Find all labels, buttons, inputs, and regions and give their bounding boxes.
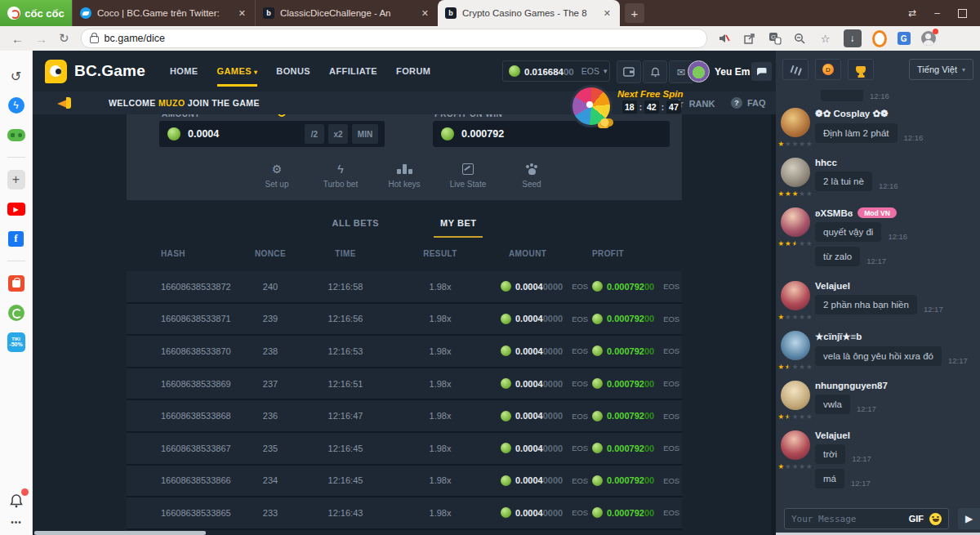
nav-games[interactable]: GAMES▾ [217,66,258,76]
table-row[interactable]: 1660863853387023812:16:531.98x0.00040000… [127,336,682,368]
tab-all-bets[interactable]: ALL BETS [332,218,380,238]
avatar[interactable] [781,331,810,360]
minimize-button[interactable]: – [934,7,940,19]
horizontal-scrollbar[interactable] [34,531,206,535]
messenger-icon[interactable]: ϟ [7,96,25,114]
avatar[interactable] [781,207,810,237]
chat-fireball-icon[interactable]: D [815,59,841,80]
table-row[interactable]: 1660863853386723512:16:451.98x0.00040000… [127,433,682,466]
table-row[interactable]: 1660863853386623412:16:451.98x0.00040000… [127,466,682,498]
chat-trophy-icon[interactable] [848,59,874,80]
facebook-icon[interactable]: f [7,230,25,247]
live-state-button[interactable]: Live State [447,163,489,189]
close-icon[interactable]: ✕ [602,8,612,19]
setup-button[interactable]: ⚙Set up [256,163,298,189]
history-icon[interactable]: ↺ [7,67,25,85]
bet-amount-input[interactable]: 0.0004 /2 x2 MIN [159,121,385,147]
close-icon[interactable]: ✕ [237,8,247,19]
nav-bonus[interactable]: BONUS [276,66,310,76]
arrange-windows-icon[interactable]: ⇄ [908,7,916,19]
chat-bubble[interactable]: vela là ông yêu hồi xưa đó [815,346,942,366]
notifications-bell-icon[interactable] [7,492,25,510]
tab-crypto-casino-active[interactable]: b Crypto Casino Games - The 8 ✕ [438,0,620,26]
chat-bubble[interactable]: 2 là tui nè [815,172,872,191]
chat-bubble[interactable]: má [815,469,844,488]
table-row[interactable]: 1660863853386523312:16:431.98x0.00040000… [127,497,682,530]
language-selector[interactable]: Tiếng Việt▾ [909,59,973,80]
avatar[interactable] [781,158,810,187]
youtube-icon[interactable]: ▶ [7,200,25,218]
chat-bubble[interactable]: từ zalo [815,247,860,266]
turbo-bet-button[interactable]: ϟTurbo bet [319,163,362,189]
nav-forum[interactable]: FORUM [396,66,430,76]
download-button[interactable]: ↓ [844,29,862,47]
wallet-button[interactable] [617,60,641,83]
chat-username[interactable]: Velajuel [815,430,975,440]
games-icon[interactable] [7,126,25,144]
seed-button[interactable]: Seed [510,163,553,189]
half-bet-button[interactable]: /2 [305,124,324,144]
emoji-picker-icon[interactable] [929,513,942,525]
notifications-button[interactable] [643,60,667,83]
reload-button[interactable]: ↻ [59,31,69,46]
avatar[interactable] [781,281,810,310]
hot-keys-button[interactable]: Hot keys [383,163,425,189]
chat-username[interactable]: Velajuel [815,281,975,291]
nav-home[interactable]: HOME [170,66,198,76]
restore-button[interactable] [958,9,967,18]
chat-bubble[interactable]: trời [815,444,845,464]
chat-username[interactable]: ★cïnjï★≡b [815,331,975,342]
add-shortcut-button[interactable]: + [7,171,25,189]
send-message-button[interactable]: ▶ [958,508,980,529]
table-row[interactable]: 1660863853387123912:16:561.98x0.00040000… [127,304,682,337]
chat-input[interactable]: Your Message GIF [784,508,949,529]
address-bar[interactable]: bc.game/dice [81,29,707,48]
back-button[interactable]: ← [11,32,24,46]
bcgame-logo-icon[interactable] [45,60,67,83]
more-menu-icon[interactable]: ••• [11,518,22,527]
chat-rain-icon[interactable] [782,59,808,80]
avatar[interactable] [781,430,810,460]
tab-classicdice[interactable]: b ClassicDiceChallenge - An ✕ [255,0,438,26]
zoom-icon[interactable] [793,31,808,46]
avatar[interactable] [781,108,810,137]
double-bet-button[interactable]: x2 [328,124,348,144]
profile-avatar[interactable] [921,31,936,46]
chat-username[interactable]: hhcc [815,158,975,167]
coccoc-shopping-icon[interactable] [7,304,25,322]
balance-selector[interactable]: 0.01668400 EOS ▾ [502,60,610,82]
tiki-icon[interactable]: TIKI-50% [7,333,25,351]
faq-button[interactable]: ?FAQ [731,97,766,109]
user-menu[interactable]: Yeu Em ▾ [688,60,759,82]
chat-bubble[interactable]: vwla [815,395,850,414]
min-bet-button[interactable]: MIN [352,124,378,144]
coccoc-update-icon[interactable] [872,31,887,46]
chat-username[interactable]: ❁✿ Cosplay ✿❁ [815,108,975,119]
avatar[interactable] [781,381,810,410]
extension-icon[interactable]: G [898,32,911,45]
chat-bubble[interactable]: 2 phần nha bạn hiền [815,295,917,314]
free-spin-wheel-icon[interactable] [570,85,612,127]
site-title[interactable]: BC.Game [74,62,145,80]
mute-speaker-icon[interactable] [717,31,732,46]
new-tab-button[interactable]: + [625,3,644,23]
translate-icon[interactable]: G [768,31,782,46]
forward-button[interactable]: → [35,32,47,46]
chat-username[interactable]: ʚXSMBɞMod VN [815,207,975,218]
gif-button[interactable]: GIF [909,514,924,524]
close-icon[interactable]: ✕ [420,8,430,19]
tab-my-bet[interactable]: MY BET [440,218,476,238]
chat-bubble[interactable]: Định làm 2 phát [815,123,898,143]
tab-twitter[interactable]: Coco | BC.Game trên Twitter: ✕ [72,0,255,26]
chat-bubble[interactable]: quyết vậy đi [815,222,881,242]
url-text[interactable]: bc.game/dice [105,33,165,44]
share-icon[interactable] [742,31,757,46]
coccoc-brand[interactable]: cốc cốc [0,0,72,26]
table-row[interactable]: 1660863853387224012:16:581.98x0.00040000… [127,271,682,304]
table-row[interactable]: 1660863853386823612:16:471.98x0.00040000… [127,400,682,433]
table-row[interactable]: 1660863853386923712:16:511.98x0.00040000… [127,368,682,401]
bet-amount-value[interactable]: 0.0004 [188,128,305,140]
chat-username[interactable]: nhungnguyen87 [815,381,975,390]
shopee-icon[interactable] [7,274,25,292]
nav-affiliate[interactable]: AFFILIATE [329,66,377,76]
